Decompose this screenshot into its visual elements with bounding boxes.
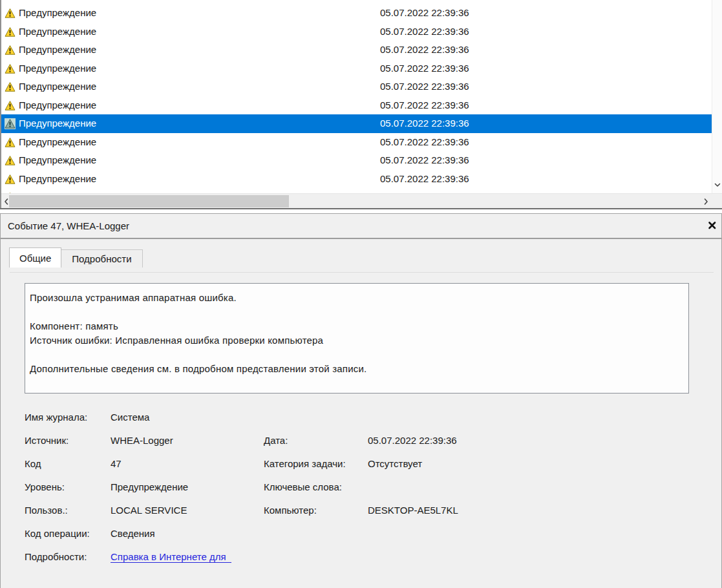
- warning-icon: [5, 137, 16, 148]
- field-value: 47: [111, 458, 122, 469]
- tab-details[interactable]: Подробности: [61, 249, 142, 268]
- close-icon[interactable]: [707, 220, 719, 232]
- event-list: Предупреждение 05.07.2022 22:39:36 Преду…: [0, 0, 712, 193]
- field-value: Предупреждение: [111, 481, 188, 492]
- event-level: Предупреждение: [19, 44, 96, 55]
- event-list-row[interactable]: Предупреждение 05.07.2022 22:39:36: [0, 78, 712, 96]
- event-list-row[interactable]: Предупреждение 05.07.2022 22:39:36: [0, 23, 712, 41]
- event-details-panel: Событие 47, WHEA-Logger Общие Подробност…: [0, 213, 722, 588]
- field-value: Система: [111, 412, 149, 423]
- field-label: Код операции:: [25, 528, 90, 539]
- horizontal-scrollbar[interactable]: [0, 193, 722, 208]
- event-date: 05.07.2022 22:39:36: [380, 7, 469, 18]
- field-label: Ключевые слова:: [264, 481, 342, 492]
- warning-icon: [5, 8, 16, 19]
- field-label: Дата:: [264, 435, 288, 446]
- field-label: Источник:: [25, 435, 69, 446]
- event-date: 05.07.2022 22:39:36: [380, 44, 469, 55]
- event-list-row[interactable]: Предупреждение 05.07.2022 22:39:36: [0, 133, 712, 152]
- field-value: 05.07.2022 22:39:36: [368, 435, 457, 446]
- tab-general[interactable]: Общие: [9, 247, 61, 268]
- event-list-row[interactable]: Предупреждение 05.07.2022 22:39:36: [0, 170, 712, 189]
- event-date: 05.07.2022 22:39:36: [380, 100, 469, 110]
- window-left-edge: [0, 0, 1, 208]
- field-value: Отсутствует: [368, 458, 422, 469]
- header-separator: [1, 238, 721, 239]
- field-label: Имя журнала:: [25, 412, 87, 423]
- warning-icon: [5, 81, 16, 92]
- event-viewer-screen: Предупреждение 05.07.2022 22:39:36 Преду…: [0, 0, 722, 588]
- field-row-user-computer: Пользов.: LOCAL SERVICE Компьютер: DESKT…: [1, 505, 721, 519]
- horizontal-scrollbar-thumb[interactable]: [9, 195, 289, 207]
- field-label: Компьютер:: [264, 505, 317, 516]
- event-date: 05.07.2022 22:39:36: [380, 154, 469, 165]
- event-level: Предупреждение: [19, 63, 96, 74]
- pane-divider: [0, 208, 722, 209]
- field-row-log-name: Имя журнала: Система: [1, 412, 721, 426]
- field-row-more-info: Подробности: Справка в Интернете для: [1, 551, 721, 565]
- tabpage-border: [10, 272, 714, 273]
- description-line: Источник ошибки: Исправленная ошибка про…: [30, 333, 683, 348]
- field-label: Подробности:: [25, 551, 87, 562]
- event-list-row[interactable]: Предупреждение 05.07.2022 22:39:36: [0, 59, 712, 78]
- warning-icon: [5, 155, 16, 166]
- description-line: Компонент: память: [30, 319, 683, 333]
- event-level: Предупреждение: [19, 26, 96, 37]
- warning-icon: [5, 118, 16, 129]
- description-line: Произошла устранимая аппаратная ошибка.: [30, 291, 683, 305]
- tab-bar: Общие Подробности: [9, 247, 143, 268]
- event-date: 05.07.2022 22:39:36: [380, 136, 469, 147]
- field-value: Сведения: [111, 528, 155, 539]
- field-row-code-category: Код 47 Категория задачи: Отсутствует: [1, 458, 721, 472]
- warning-icon: [5, 0, 16, 1]
- event-level: Предупреждение: [19, 118, 96, 129]
- event-details-title: Событие 47, WHEA-Logger: [8, 220, 129, 231]
- event-level: Предупреждение: [19, 7, 96, 18]
- event-level: Предупреждение: [19, 173, 96, 184]
- event-list-row[interactable]: Предупреждение 05.07.2022 22:39:36: [0, 188, 712, 193]
- event-date: 05.07.2022 22:39:36: [380, 26, 469, 37]
- online-help-link[interactable]: Справка в Интернете для: [111, 551, 231, 563]
- field-value: LOCAL SERVICE: [111, 505, 187, 516]
- description-line: [30, 305, 683, 319]
- warning-icon: [5, 26, 16, 37]
- event-list-row[interactable]: Предупреждение 05.07.2022 22:39:36: [0, 96, 712, 115]
- event-level: Предупреждение: [19, 154, 96, 165]
- event-list-row-selected[interactable]: Предупреждение 05.07.2022 22:39:36: [0, 114, 712, 133]
- field-label: Уровень:: [25, 481, 65, 492]
- field-row-opcode: Код операции: Сведения: [1, 528, 721, 542]
- event-list-row[interactable]: Предупреждение 05.07.2022 22:39:36: [0, 41, 712, 59]
- chevron-down-icon[interactable]: [714, 180, 721, 191]
- event-date: 05.07.2022 22:39:36: [380, 173, 469, 184]
- event-date: 05.07.2022 22:39:36: [380, 118, 469, 129]
- field-label: Код: [25, 458, 41, 469]
- warning-icon: [5, 100, 16, 111]
- event-list-row[interactable]: Предупреждение 05.07.2022 22:39:36: [0, 4, 712, 23]
- event-level: Предупреждение: [19, 136, 96, 147]
- field-label: Пользов.:: [25, 505, 68, 516]
- event-list-row[interactable]: Предупреждение 05.07.2022 22:39:36: [0, 151, 712, 170]
- field-row-level-keywords: Уровень: Предупреждение Ключевые слова:: [1, 481, 721, 496]
- vertical-scrollbar[interactable]: [712, 0, 722, 193]
- description-line: [30, 348, 683, 362]
- event-level: Предупреждение: [19, 81, 96, 92]
- field-row-source-date: Источник: WHEA-Logger Дата: 05.07.2022 2…: [1, 435, 721, 449]
- warning-icon: [5, 174, 16, 185]
- description-line: Дополнительные сведения см. в подробном …: [30, 362, 683, 376]
- event-date: 05.07.2022 22:39:36: [380, 63, 469, 74]
- warning-icon: [5, 45, 16, 56]
- event-level: Предупреждение: [19, 100, 96, 110]
- field-value: DESKTOP-AE5L7KL: [368, 505, 458, 516]
- chevron-right-icon[interactable]: [701, 197, 710, 206]
- warning-icon: [5, 63, 16, 74]
- event-description-box[interactable]: Произошла устранимая аппаратная ошибка. …: [25, 283, 689, 394]
- field-label: Категория задачи:: [264, 458, 346, 469]
- field-value: WHEA-Logger: [111, 435, 173, 446]
- event-date: 05.07.2022 22:39:36: [380, 81, 469, 92]
